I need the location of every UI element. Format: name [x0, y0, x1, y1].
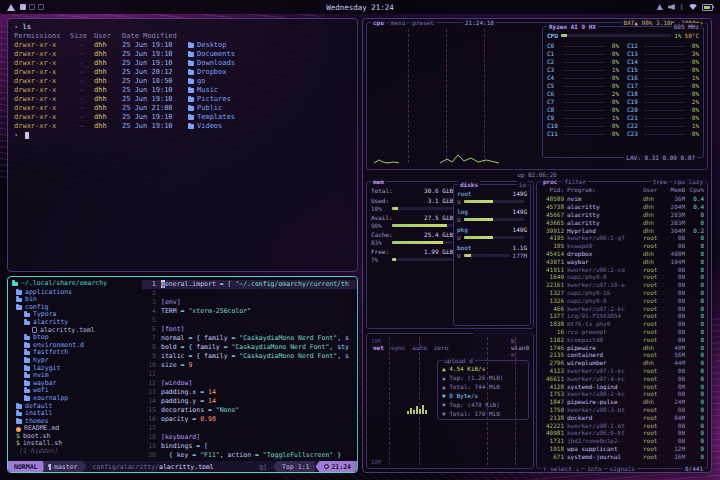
code-line[interactable]: 3[env]: [142, 298, 357, 307]
process-row[interactable]: 195 kswapd0 root 0B 0: [538, 242, 706, 250]
select-buttons[interactable]: ↑ select ↓: [541, 465, 581, 472]
process-row[interactable]: 16 rcu_preempt root 0B 0: [538, 328, 706, 336]
code-line[interactable]: 2: [142, 289, 357, 298]
process-row[interactable]: 4123 kworker/u97:1-kc root 0B 0: [538, 367, 706, 375]
code-line[interactable]: 8bold = { family = "CaskaydiaMono Nerd F…: [142, 343, 357, 352]
process-cpu: 0: [688, 234, 704, 241]
volume-icon[interactable]: [668, 4, 675, 10]
workspace-dot[interactable]: [29, 4, 35, 10]
filter-button[interactable]: filter: [562, 178, 588, 185]
process-row[interactable]: 1640 napi/phy0-8 root 0B 0: [538, 273, 706, 281]
code-line[interactable]: 16opacity = 0.98: [142, 415, 357, 424]
process-row[interactable]: 2135 containerd root 56M 0: [538, 351, 706, 359]
tree-item[interactable]: Typora: [12, 311, 142, 319]
code-line[interactable]: 15decorations = "None": [142, 406, 357, 415]
process-memory: 56M: [665, 351, 685, 358]
code-line[interactable]: 10size = 9: [142, 361, 357, 370]
process-row[interactable]: 2138 dockerd root 84M 0: [538, 413, 706, 421]
process-row[interactable]: 1847 pipewire-pulse dhh 24M 0: [538, 398, 706, 406]
io-mode-button[interactable]: io: [517, 181, 528, 188]
process-row[interactable]: 1102 kcompactd0 root 0B 0: [538, 335, 706, 343]
process-option-button[interactable]: tree: [651, 178, 669, 185]
tree-item[interactable]: (1 hidden): [12, 448, 142, 456]
info-button[interactable]: info: [585, 465, 603, 472]
code-line[interactable]: 18[keyboard]: [142, 433, 357, 442]
process-row[interactable]: 43665 alacritty dhh 203M 0: [538, 218, 706, 226]
git-branch[interactable]: master: [43, 461, 86, 472]
process-option-button[interactable]: cpu lazy: [672, 178, 705, 185]
process-row[interactable]: 22161 kworker/u97:10-e root 0B 0: [538, 281, 706, 289]
process-row[interactable]: 42221 kworker/u98:1-bt root 0B 0: [538, 421, 706, 429]
workspace-dot[interactable]: [20, 4, 26, 10]
code-line[interactable]: 11: [142, 370, 357, 379]
process-row[interactable]: 4195 kworker/u96:1-gf root 0B 0: [538, 234, 706, 242]
code-line[interactable]: 12[window]: [142, 379, 357, 388]
code-line[interactable]: 17: [142, 424, 357, 433]
tree-item[interactable]: environment.d: [12, 342, 142, 350]
tree-root[interactable]: ~/.local/share/omarchy: [12, 280, 142, 288]
process-row[interactable]: 48589 nvim dhh 36M 0.4: [538, 195, 706, 203]
preset-button[interactable]: preset: [410, 19, 436, 26]
process-row[interactable]: 39912 Hyprland dhh 304M 0.2: [538, 226, 706, 234]
code-line[interactable]: 20 { key = "F11", action = "ToggleFullsc…: [142, 451, 357, 460]
battery-icon[interactable]: [702, 4, 713, 11]
network-mode-button[interactable]: sync: [389, 344, 407, 351]
process-row[interactable]: 1377 irq/91-PIXA3854 root 0B 0: [538, 312, 706, 320]
process-row[interactable]: 45414 dropbox dhh 408M 0: [538, 250, 706, 258]
process-row[interactable]: 1326 napi/phy0-0 root 0B 0: [538, 296, 706, 304]
network-mode-button[interactable]: zero: [432, 344, 450, 351]
core-name: C10: [547, 122, 563, 129]
wifi-icon[interactable]: [689, 4, 697, 10]
code-line[interactable]: 4TERM = "xterm-256color": [142, 307, 357, 316]
process-pid: 39912: [540, 227, 564, 234]
process-row[interactable]: 1038 mt76-tx phy0 root 0B 0: [538, 320, 706, 328]
tree-item[interactable]: hypr: [12, 357, 142, 365]
tree-item[interactable]: config: [12, 304, 142, 312]
signals-button[interactable]: signals: [608, 465, 637, 472]
process-row[interactable]: 40981 kworker/u96:0-kt root 0B 0: [538, 429, 706, 437]
process-row[interactable]: 2796 wireplumber dhh 44M 0: [538, 359, 706, 367]
tree-item[interactable]: wofi: [12, 387, 142, 395]
process-name: napi/phy0-8: [567, 273, 640, 280]
code-line[interactable]: 5: [142, 316, 357, 325]
core-graph: [645, 75, 683, 79]
workspace-dot[interactable]: [38, 4, 44, 10]
process-row[interactable]: 1327 napi/phy0-16 root 0B 0: [538, 289, 706, 297]
process-row[interactable]: 45667 alacritty dhh 203M 0: [538, 211, 706, 219]
tree-item[interactable]: alacritty.toml: [12, 327, 142, 335]
terminal-prompt-line[interactable]: ›: [14, 131, 351, 140]
process-pid: 671: [540, 453, 564, 460]
process-row[interactable]: 41911 kworker/u96:2-co root 0B 0: [538, 265, 706, 273]
tree-item[interactable]: fastfetch: [12, 349, 142, 357]
network-stats-title[interactable]: upload d: [442, 357, 475, 364]
code-line[interactable]: 13padding.x = 14: [142, 388, 357, 397]
process-row[interactable]: 1918 wpa_supplicant root 12M 0: [538, 445, 706, 453]
process-row[interactable]: 1731 jbd2/nvme0n1p2- root 0B 0: [538, 437, 706, 445]
process-row[interactable]: 46611 kworker/u97:4-kc root 0B 0: [538, 374, 706, 382]
code-pane[interactable]: 1general.import = [ "~/.config/omarchy/c…: [142, 277, 357, 461]
ls-row: drwxr-xr-x - dhh 25 Jun 19:10 Downloads: [14, 59, 351, 68]
process-row[interactable]: 45738 alacritty dhh 204M 0.4: [538, 203, 706, 211]
tree-item[interactable]: nvim: [12, 372, 142, 380]
menu-button[interactable]: menu: [389, 19, 407, 26]
bluetooth-icon[interactable]: ᛒ: [680, 4, 684, 10]
process-memory: 408M: [665, 250, 685, 257]
code-line[interactable]: 14padding.y = 14: [142, 397, 357, 406]
process-row[interactable]: 1753 kworker/u98:2-kc root 0B 0: [538, 390, 706, 398]
tree-item[interactable]: lazygit: [12, 365, 142, 373]
process-row[interactable]: 466 kworker/u97:2-kc root 0B 0: [538, 304, 706, 312]
process-row[interactable]: 671 systemd-journal root 16M 0: [538, 452, 706, 460]
os-logo-icon[interactable]: [7, 4, 15, 11]
code-line[interactable]: 7normal = { family = "CaskaydiaMono Nerd…: [142, 334, 357, 343]
code-line[interactable]: 19bindings = [: [142, 442, 357, 451]
process-row[interactable]: 4128 systemd-logind root 8M 0: [538, 382, 706, 390]
process-row[interactable]: 1746 pipewire dhh 40M 0: [538, 343, 706, 351]
process-row[interactable]: 43071 waybar dhh 104M 0: [538, 257, 706, 265]
tree-item[interactable]: waybar: [12, 380, 142, 388]
network-icon[interactable]: [657, 4, 663, 10]
process-memory: 203M: [665, 219, 685, 226]
process-row[interactable]: 1750 kworker/u98:3-bt root 0B 0: [538, 406, 706, 414]
code-line[interactable]: 6[font]: [142, 325, 357, 334]
code-line[interactable]: 9italic = { family = "CaskaydiaMono Nerd…: [142, 352, 357, 361]
code-line[interactable]: 1general.import = [ "~/.config/omarchy/c…: [142, 280, 357, 289]
